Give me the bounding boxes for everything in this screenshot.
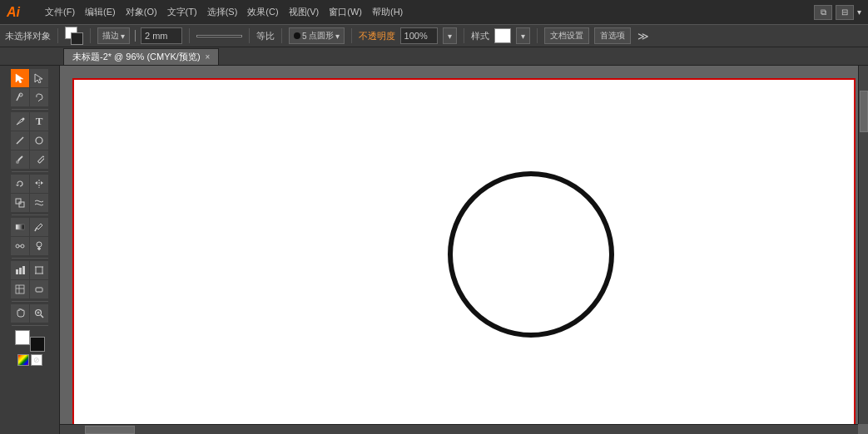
canvas-area[interactable] [60, 66, 868, 434]
window-extra-btn[interactable]: ▾ [857, 7, 861, 17]
doc-settings-btn[interactable]: 文档设置 [544, 27, 589, 44]
svg-rect-13 [16, 199, 21, 204]
tool-zoom[interactable] [30, 304, 48, 323]
tool-blend[interactable] [11, 237, 29, 255]
tool-sep-6 [12, 325, 48, 326]
fill-stroke-indicator[interactable] [15, 330, 45, 352]
shape-label: 点圆形 [309, 30, 334, 42]
tool-direct-select[interactable] [30, 69, 48, 87]
fill-color-btn[interactable] [65, 27, 83, 45]
tool-group-3: T [11, 112, 48, 131]
tool-line[interactable] [11, 131, 29, 150]
point-label: 5 [302, 32, 307, 41]
svg-marker-12 [41, 181, 43, 185]
tool-scale[interactable] [11, 194, 29, 212]
opacity-label: 不透明度 [359, 30, 395, 42]
tool-column-graph[interactable] [11, 261, 29, 279]
scrollbar-vertical[interactable] [858, 66, 868, 424]
style-preview[interactable] [494, 28, 511, 43]
svg-point-18 [21, 244, 24, 248]
tool-ellipse[interactable] [30, 131, 48, 150]
svg-point-17 [16, 244, 19, 248]
svg-marker-9 [16, 185, 19, 186]
tool-group-11 [11, 280, 48, 298]
menu-text[interactable]: 文字(T) [167, 6, 197, 18]
tab-bar: 未标题-2* @ 96% (CMYK/预览) × [0, 47, 868, 66]
svg-line-5 [17, 137, 23, 144]
svg-rect-23 [16, 269, 18, 274]
tool-pencil[interactable] [30, 150, 48, 169]
stroke-indicator[interactable] [30, 337, 45, 352]
window-restore-btn[interactable]: ⧉ [814, 5, 832, 20]
scrollbar-v-thumb[interactable] [860, 91, 868, 132]
svg-rect-25 [22, 266, 25, 274]
stroke-btn[interactable]: 描边▾ [97, 27, 130, 44]
svg-rect-8 [37, 156, 44, 163]
tool-group-12 [11, 304, 48, 323]
tool-type[interactable]: T [30, 112, 48, 131]
tool-group-7 [11, 194, 48, 212]
tool-artboard[interactable] [30, 261, 48, 279]
tool-brush[interactable] [11, 150, 29, 169]
extra-options-icon[interactable]: ≫ [637, 30, 649, 42]
scrollbar-h-thumb[interactable] [85, 426, 135, 434]
tool-warp[interactable] [30, 194, 48, 212]
tool-pen[interactable] [11, 112, 29, 131]
svg-rect-24 [19, 268, 22, 274]
stroke-label: 描边 [102, 30, 119, 42]
title-bar: Ai 文件(F) 编辑(E) 对象(O) 文字(T) 选择(S) 效果(C) 视… [0, 0, 868, 24]
menu-edit[interactable]: 编辑(E) [85, 6, 116, 18]
scrollbar-horizontal[interactable] [60, 424, 858, 434]
style-label: 样式 [471, 30, 489, 42]
svg-line-16 [35, 228, 37, 231]
tool-group-9 [11, 237, 48, 255]
tool-magic-wand[interactable] [11, 88, 29, 106]
svg-rect-14 [19, 202, 24, 207]
color-mode-btn[interactable] [17, 354, 29, 366]
circle-object[interactable] [448, 171, 614, 338]
tool-group-1 [11, 69, 48, 87]
ratio-label: 等比 [256, 30, 275, 42]
svg-marker-1 [35, 74, 42, 83]
window-layout-btn[interactable]: ⊟ [836, 5, 854, 20]
menu-view[interactable]: 视图(V) [289, 6, 320, 18]
menu-object[interactable]: 对象(O) [126, 6, 157, 18]
tool-eraser[interactable] [30, 280, 48, 298]
main-area: T [0, 66, 868, 434]
svg-rect-26 [36, 267, 42, 274]
ai-logo: Ai [7, 5, 32, 20]
none-mode-btn[interactable]: ⊘ [31, 354, 42, 366]
selection-status: 未选择对象 [5, 30, 51, 42]
svg-rect-31 [16, 285, 24, 293]
svg-marker-0 [16, 74, 23, 83]
tool-lasso[interactable] [30, 88, 48, 106]
point-btn[interactable]: 5 点圆形▾ [289, 27, 345, 44]
document-tab[interactable]: 未标题-2* @ 96% (CMYK/预览) × [63, 48, 219, 65]
menu-help[interactable]: 帮助(H) [372, 6, 403, 18]
stroke-value-input[interactable] [141, 27, 182, 44]
style-arrow-btn[interactable]: ▾ [516, 27, 530, 44]
opacity-input[interactable] [400, 27, 438, 44]
menu-select[interactable]: 选择(S) [207, 6, 238, 18]
tool-sep-3 [12, 215, 48, 215]
tool-group-10 [11, 261, 48, 279]
tool-hand[interactable] [11, 304, 29, 323]
tool-gradient[interactable] [11, 218, 29, 236]
tab-close-btn[interactable]: × [206, 52, 211, 62]
tool-select[interactable] [11, 69, 29, 87]
tool-symbol[interactable] [30, 237, 48, 255]
menu-effect[interactable]: 效果(C) [247, 6, 278, 18]
tool-reflect[interactable] [30, 175, 48, 193]
svg-point-6 [36, 137, 42, 144]
prefs-btn[interactable]: 首选项 [594, 27, 631, 44]
tool-sep-5 [12, 301, 48, 302]
menu-file[interactable]: 文件(F) [45, 6, 75, 18]
color-mode-btns: ⊘ [17, 354, 42, 366]
menu-window[interactable]: 窗口(W) [329, 6, 362, 18]
fill-indicator[interactable] [15, 330, 30, 345]
tool-slice[interactable] [11, 280, 29, 298]
document-canvas [72, 78, 856, 430]
tool-rotate[interactable] [11, 175, 29, 193]
opacity-arrow-btn[interactable]: ▾ [443, 27, 457, 44]
tool-eyedropper[interactable] [30, 218, 48, 236]
